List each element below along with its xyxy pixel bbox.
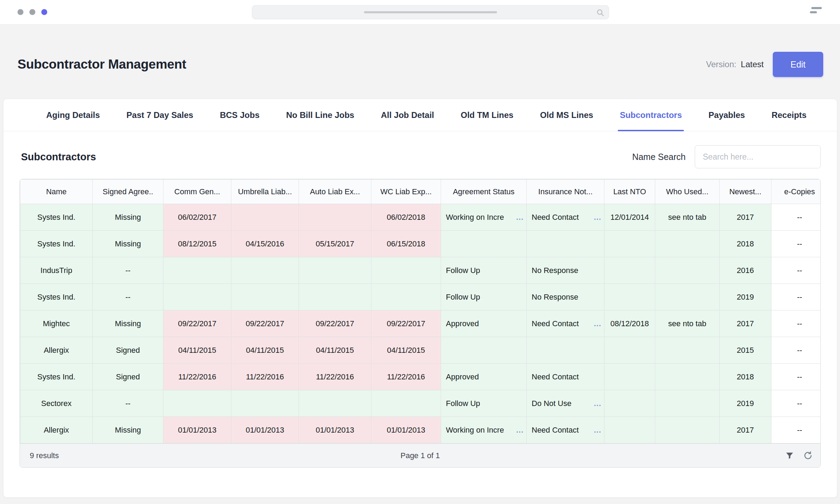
table-cell: Approved — [441, 310, 527, 337]
column-header[interactable]: WC Liab Exp... — [371, 180, 441, 204]
table-cell: Systes Ind. — [20, 204, 93, 231]
table-cell: 04/11/2015 — [299, 337, 371, 364]
table-cell — [163, 390, 231, 417]
menu-bar-icon — [810, 11, 817, 13]
table-cell: 11/22/2016 — [231, 364, 299, 390]
table-cell — [371, 390, 441, 417]
column-header[interactable]: Newest... — [720, 180, 771, 204]
table-row[interactable]: IndusTrip--Follow UpNo Response2016-- — [20, 257, 821, 284]
table-cell: Follow Up — [441, 284, 527, 310]
column-header[interactable]: Last NTO — [604, 180, 655, 204]
table-cell: 2016 — [720, 257, 771, 284]
address-bar[interactable] — [252, 5, 609, 19]
browser-menu-icon[interactable] — [810, 7, 822, 18]
table-cell: Missing — [93, 310, 163, 337]
table-cell — [231, 284, 299, 310]
section-title: Subcontractors — [21, 151, 96, 163]
table-cell: 11/22/2016 — [163, 364, 231, 390]
filter-icon[interactable] — [785, 451, 794, 460]
tab-payables[interactable]: Payables — [708, 99, 745, 131]
tab-subcontractors[interactable]: Subcontractors — [620, 99, 682, 131]
table-cell: Need Contact... — [527, 204, 604, 231]
table-cell: Follow Up — [441, 390, 527, 417]
edit-button[interactable]: Edit — [773, 52, 823, 77]
table-cell: Systes Ind. — [20, 284, 93, 310]
table-row[interactable]: Sectorex--Follow UpDo Not Use...2019-- — [20, 390, 821, 417]
table-cell — [441, 231, 527, 257]
table-cell: Follow Up — [441, 257, 527, 284]
column-header[interactable]: Who Used... — [655, 180, 720, 204]
table-cell — [655, 417, 720, 443]
tab-past-7-day-sales[interactable]: Past 7 Day Sales — [126, 99, 193, 131]
table-cell: Missing — [93, 231, 163, 257]
table-cell — [655, 231, 720, 257]
table-row[interactable]: Systes Ind.Missing06/02/201706/02/2018Wo… — [20, 204, 821, 231]
table-cell — [441, 337, 527, 364]
tab-bcs-jobs[interactable]: BCS Jobs — [220, 99, 259, 131]
table-cell: Need Contact... — [527, 417, 604, 443]
column-header[interactable]: Signed Agree.. — [93, 180, 163, 204]
table-cell: 04/15/2016 — [231, 231, 299, 257]
cell-more-button[interactable]: ... — [594, 213, 601, 222]
tab-old-tm-lines[interactable]: Old TM Lines — [461, 99, 513, 131]
table-cell: -- — [771, 310, 821, 337]
table-cell — [655, 284, 720, 310]
name-search-input[interactable] — [695, 145, 821, 168]
table-cell — [655, 364, 720, 390]
window-dot-active[interactable] — [41, 9, 47, 15]
cell-more-button[interactable]: ... — [594, 399, 601, 408]
table-cell: Signed — [93, 364, 163, 390]
content-card: Aging DetailsPast 7 Day SalesBCS JobsNo … — [3, 99, 837, 498]
table-cell — [231, 204, 299, 231]
table-cell: 12/01/2014 — [604, 204, 655, 231]
cell-more-button[interactable]: ... — [594, 426, 601, 435]
table-cell: IndusTrip — [20, 257, 93, 284]
cell-more-button[interactable]: ... — [594, 319, 601, 328]
table-cell — [231, 390, 299, 417]
column-header[interactable]: Umbrella Liab... — [231, 180, 299, 204]
table-cell: Missing — [93, 417, 163, 443]
table-cell: Allergix — [20, 337, 93, 364]
table-row[interactable]: AllergixSigned04/11/201504/11/201504/11/… — [20, 337, 821, 364]
tab-all-job-detail[interactable]: All Job Detail — [381, 99, 434, 131]
table-row[interactable]: AllergixMissing01/01/201301/01/201301/01… — [20, 417, 821, 443]
header-row: NameSigned Agree..Comm Gen...Umbrella Li… — [20, 180, 821, 204]
table-cell: 09/22/2017 — [299, 310, 371, 337]
table-cell: 11/22/2016 — [371, 364, 441, 390]
tab-old-ms-lines[interactable]: Old MS Lines — [540, 99, 593, 131]
window-dot-2[interactable] — [29, 9, 35, 15]
table-cell: -- — [93, 390, 163, 417]
table-cell: 06/02/2017 — [163, 204, 231, 231]
table-footer: 9 results Page 1 of 1 — [20, 443, 820, 467]
table-cell: No Response — [527, 284, 604, 310]
column-header[interactable]: Name — [20, 180, 93, 204]
subcontractors-table: NameSigned Agree..Comm Gen...Umbrella Li… — [20, 179, 821, 468]
column-header[interactable]: e-Copies — [771, 180, 821, 204]
table-cell — [604, 337, 655, 364]
tab-no-bill-line-jobs[interactable]: No Bill Line Jobs — [286, 99, 355, 131]
table-row[interactable]: MightecMissing09/22/201709/22/201709/22/… — [20, 310, 821, 337]
table-cell: 08/12/2015 — [163, 231, 231, 257]
window-dot-1[interactable] — [18, 9, 23, 15]
column-header[interactable]: Insurance Not... — [527, 180, 604, 204]
table-row[interactable]: Systes Ind.Missing08/12/201504/15/201605… — [20, 231, 821, 257]
tab-bar: Aging DetailsPast 7 Day SalesBCS JobsNo … — [4, 99, 837, 131]
table-row[interactable]: Systes Ind.Signed11/22/201611/22/201611/… — [20, 364, 821, 390]
table-row[interactable]: Systes Ind.--Follow UpNo Response2019-- — [20, 284, 821, 310]
window-controls — [18, 9, 47, 15]
refresh-icon[interactable] — [803, 451, 813, 460]
tab-receipts[interactable]: Receipts — [771, 99, 806, 131]
cell-more-button[interactable]: ... — [516, 426, 524, 435]
tab-aging-details[interactable]: Aging Details — [46, 99, 100, 131]
table-cell: -- — [771, 417, 821, 443]
column-header[interactable]: Comm Gen... — [163, 180, 231, 204]
version-value: Latest — [741, 59, 764, 69]
table-cell: -- — [771, 337, 821, 364]
menu-bar-icon — [811, 7, 822, 9]
table-cell: Approved — [441, 364, 527, 390]
column-header[interactable]: Auto Liab Ex... — [299, 180, 371, 204]
cell-more-button[interactable]: ... — [516, 213, 524, 222]
table-cell — [604, 417, 655, 443]
column-header[interactable]: Agreement Status — [441, 180, 527, 204]
table-cell: 2017 — [720, 204, 771, 231]
